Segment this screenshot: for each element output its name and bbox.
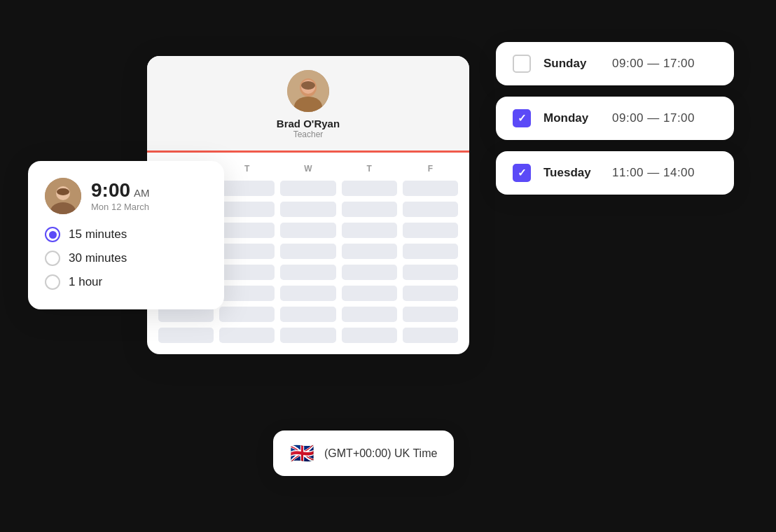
duration-label-30min: 30 minutes	[69, 251, 127, 265]
flag-uk-icon: 🇬🇧	[290, 442, 314, 465]
time-sunday: 09:00 — 17:00	[612, 57, 695, 71]
cal-cell-2-4	[342, 202, 397, 217]
timezone-card: 🇬🇧 (GMT+00:00) UK Time	[273, 430, 454, 476]
cal-cell-5-3	[280, 265, 335, 280]
cal-cell-8-2	[219, 328, 275, 343]
cal-cell-5-4	[342, 265, 397, 280]
duration-15min[interactable]: 15 minutes	[45, 227, 207, 242]
cal-cell-7-5	[403, 307, 458, 322]
booking-ampm: AM	[134, 187, 150, 199]
cal-cell-7-3	[280, 307, 335, 322]
cal-cell-1-3	[280, 181, 335, 196]
duration-30min[interactable]: 30 minutes	[45, 251, 207, 266]
checkmark-tuesday: ✓	[518, 167, 527, 179]
schedule-monday: ✓ Monday 09:00 — 17:00	[496, 97, 734, 140]
booking-card: 9:00 AM Mon 12 March 15 minutes 30 minut…	[28, 161, 224, 309]
schedule-sunday: Sunday 09:00 — 17:00	[496, 42, 734, 85]
day-t2: T	[342, 164, 397, 174]
duration-1hour[interactable]: 1 hour	[45, 274, 207, 290]
day-sunday: Sunday	[543, 57, 600, 71]
cal-cell-6-5	[403, 286, 458, 301]
cal-cell-4-2	[219, 244, 275, 259]
svg-point-8	[57, 188, 69, 195]
cal-cell-3-5	[403, 223, 458, 238]
checkbox-tuesday[interactable]: ✓	[513, 164, 531, 182]
duration-label-1hour: 1 hour	[69, 275, 102, 289]
cal-cell-4-4	[342, 244, 397, 259]
radio-inner-15min	[49, 231, 57, 239]
cal-cell-1-2	[219, 181, 275, 196]
cal-cell-3-3	[280, 223, 335, 238]
cal-cell-8-5	[403, 328, 458, 343]
cal-cell-3-2	[219, 223, 275, 238]
radio-30min[interactable]	[45, 251, 60, 266]
radio-1hour[interactable]	[45, 274, 60, 290]
teacher-name: Brad O'Ryan	[277, 118, 340, 130]
booking-top: 9:00 AM Mon 12 March	[45, 178, 207, 214]
day-f: F	[403, 164, 458, 174]
cal-cell-2-3	[280, 202, 335, 217]
cal-cell-1-5	[403, 181, 458, 196]
schedule-cards: Sunday 09:00 — 17:00 ✓ Monday 09:00 — 17…	[496, 42, 734, 195]
cal-cell-4-5	[403, 244, 458, 259]
schedule-tuesday: ✓ Tuesday 11:00 — 14:00	[496, 151, 734, 195]
teacher-role: Teacher	[293, 130, 324, 139]
timezone-text: (GMT+00:00) UK Time	[324, 447, 437, 460]
cal-cell-7-4	[342, 307, 397, 322]
day-t1: T	[219, 164, 275, 174]
checkmark-monday: ✓	[518, 112, 527, 125]
checkbox-sunday[interactable]	[513, 55, 531, 73]
booking-avatar	[45, 178, 81, 214]
cal-cell-5-5	[403, 265, 458, 280]
cal-cell-2-2	[219, 202, 275, 217]
day-monday: Monday	[543, 111, 600, 125]
teacher-avatar	[287, 70, 329, 112]
day-tuesday: Tuesday	[543, 166, 600, 180]
booking-date: Mon 12 March	[91, 202, 150, 212]
cal-cell-8-1	[158, 328, 214, 343]
time-monday: 09:00 — 17:00	[612, 111, 695, 125]
cal-cell-5-2	[219, 265, 275, 280]
cal-cell-6-4	[342, 286, 397, 301]
checkbox-monday[interactable]: ✓	[513, 109, 531, 127]
cal-cell-8-4	[342, 328, 397, 343]
svg-point-4	[301, 81, 315, 90]
cal-cell-7-2	[219, 307, 275, 322]
booking-time-info: 9:00 AM Mon 12 March	[91, 181, 150, 212]
cal-cell-4-3	[280, 244, 335, 259]
cal-cell-3-4	[342, 223, 397, 238]
calendar-header: Brad O'Ryan Teacher	[147, 56, 469, 153]
duration-label-15min: 15 minutes	[69, 227, 127, 241]
duration-options: 15 minutes 30 minutes 1 hour	[45, 227, 207, 290]
time-tuesday: 11:00 — 14:00	[612, 166, 695, 180]
cal-cell-2-5	[403, 202, 458, 217]
cal-cell-1-4	[342, 181, 397, 196]
cal-cell-6-2	[219, 286, 275, 301]
booking-time-value: 9:00	[91, 181, 130, 200]
cal-cell-8-3	[280, 328, 335, 343]
day-w: W	[280, 164, 335, 174]
cal-cell-6-3	[280, 286, 335, 301]
radio-15min[interactable]	[45, 227, 60, 242]
